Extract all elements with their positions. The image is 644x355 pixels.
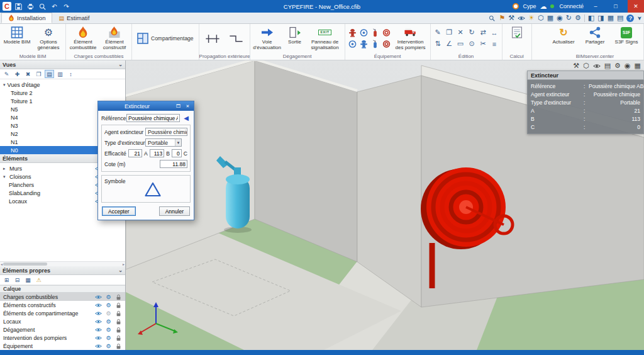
views-section-header[interactable]: Vues ⌄ [0, 60, 125, 69]
layers-icon[interactable]: ▦ [635, 62, 641, 70]
clipboard-icon[interactable]: ▤ [604, 62, 611, 70]
dialog-maximize-button[interactable]: 🗖 [174, 103, 182, 110]
rating-c-input[interactable] [172, 149, 182, 157]
panneau-signalisation-button[interactable]: EXIT Panneau de signalisation [308, 25, 343, 50]
layout-right-icon[interactable]: ◨ [597, 14, 604, 22]
element-constructif-button[interactable]: Élément constructif [99, 25, 130, 50]
flag-icon[interactable]: ⚑ [499, 14, 505, 22]
pin-icon[interactable]: ➤ [636, 16, 643, 21]
lock-icon[interactable] [114, 342, 123, 349]
accept-button[interactable]: Accepter [102, 206, 136, 216]
lock-icon[interactable] [114, 301, 123, 308]
gear-icon[interactable]: ⚙ [575, 14, 581, 22]
voie-evacuation-button[interactable]: Voie d'évacuation [252, 25, 282, 50]
gear-icon[interactable]: ⚙ [104, 326, 113, 333]
rotate-icon[interactable]: ↻ [467, 27, 477, 38]
sort-views-icon[interactable]: ↕ [66, 70, 75, 78]
tab-installation[interactable]: Installation [1, 13, 52, 23]
extinguisher-icon[interactable] [370, 27, 380, 38]
options-generales-button[interactable]: ⚙ Options générales [33, 25, 64, 50]
duplicate-view-icon[interactable]: ❐ [34, 70, 43, 78]
lock-icon[interactable] [114, 293, 123, 300]
box-icon[interactable]: ▦ [547, 14, 553, 22]
gear-icon[interactable]: ⚙ [614, 62, 621, 70]
eye-icon[interactable] [94, 310, 103, 317]
eye-icon[interactable] [94, 342, 103, 349]
grid-icon[interactable]: ▦ [23, 276, 33, 284]
s3f-signs-button[interactable]: S3F S3F Signs [611, 25, 641, 45]
offset-icon[interactable]: ⇅ [433, 38, 443, 49]
hose-reel-icon[interactable] [381, 27, 392, 38]
sun-icon[interactable]: ☀ [528, 14, 535, 22]
views-detail-icon[interactable]: ▥ [55, 70, 65, 78]
delete-view-icon[interactable]: ✖ [23, 70, 33, 78]
close-button[interactable]: ✕ [628, 0, 644, 13]
agent-select[interactable]: Poussière chimique ▼ [145, 128, 187, 136]
layer-row[interactable]: Locaux ⚙ [0, 317, 125, 325]
minimize-button[interactable]: – [587, 0, 604, 13]
sortie-button[interactable]: Sortie [284, 25, 306, 45]
gear-icon[interactable]: ⚙ [104, 293, 113, 300]
fire-hydrant-icon[interactable] [347, 27, 358, 38]
gear-icon[interactable]: ⚙ [104, 342, 113, 349]
collapse-icon[interactable]: ▾ [3, 174, 8, 179]
stretch-icon[interactable]: ▭ [455, 38, 466, 49]
edit-icon[interactable]: ✎ [433, 27, 443, 38]
bie-icon[interactable] [358, 38, 369, 49]
camera-icon[interactable]: ◉ [625, 62, 631, 70]
tree-item-floor[interactable]: Toiture 2 [0, 89, 125, 97]
collapse-all-icon[interactable]: ⊟ [13, 276, 22, 284]
type-select[interactable]: Portable ▼ [145, 138, 182, 147]
gear-icon[interactable]: ⚙ [104, 301, 113, 308]
scroll-left-icon[interactable]: ◂ [1, 262, 3, 266]
horizontal-scrollbar[interactable]: ◂ ▸ [0, 261, 125, 266]
eye-icon[interactable] [593, 63, 601, 69]
element-combustible-button[interactable]: Élément combustible [68, 25, 98, 50]
partager-button[interactable]: Partager [580, 25, 610, 45]
cube-icon[interactable]: ⬡ [583, 62, 589, 70]
globe-icon[interactable]: ⬡ [538, 14, 544, 22]
lock-icon[interactable] [114, 310, 123, 317]
dialog-title-bar[interactable]: Extincteur 🗖 ✕ [98, 101, 194, 111]
lock-icon[interactable] [114, 334, 123, 341]
print-icon[interactable] [26, 3, 35, 11]
gear-icon[interactable]: ⚙ [104, 318, 113, 325]
help-icon[interactable]: ? [626, 14, 634, 22]
3d-viewport[interactable]: ⚒ ⬡ ▤ ⚙ ◉ ▦ Extincteur Référence:Poussiè… [126, 60, 644, 350]
lock-icon[interactable] [114, 318, 123, 325]
reference-picker-icon[interactable]: ◀ [182, 114, 191, 122]
wrench-icon[interactable]: ⚒ [573, 62, 579, 70]
calcul-button[interactable] [504, 25, 530, 39]
propagation-toiture-button[interactable] [225, 26, 248, 50]
fire-cabinet-icon[interactable] [381, 38, 392, 49]
tree-item-vues-etage[interactable]: ▾Vues d'étage [0, 81, 125, 89]
eye-icon[interactable] [94, 293, 103, 300]
gear-icon[interactable]: ⚙ [104, 310, 113, 317]
maximize-button[interactable]: □ [608, 0, 624, 13]
hammer-icon[interactable]: ⚒ [508, 14, 514, 22]
gear-icon[interactable]: ⚙ [104, 334, 113, 341]
mirror-icon[interactable]: ⇄ [478, 27, 489, 38]
layer-row[interactable]: Dégagement ⚙ [0, 325, 125, 334]
undo-icon[interactable]: ↶ [50, 3, 59, 11]
cancel-button[interactable]: Annuler [159, 206, 190, 216]
eye-icon[interactable] [94, 318, 103, 325]
copy-icon[interactable]: ❐ [444, 27, 455, 38]
trim-icon[interactable]: ✂ [478, 38, 489, 49]
lock-icon[interactable] [114, 326, 123, 333]
delete-icon[interactable]: ✕ [455, 27, 466, 38]
layout-grid-icon[interactable]: ▦ [608, 14, 614, 22]
propagation-facade-button[interactable] [201, 26, 224, 50]
eye-icon[interactable] [94, 301, 103, 308]
reference-icon[interactable]: ⊙ [467, 38, 477, 49]
layer-row[interactable]: Charges combustibles ⚙ [0, 293, 125, 301]
modele-bim-button[interactable]: Modèle BIM [2, 25, 32, 45]
eye-icon[interactable] [518, 15, 525, 21]
tab-estimatif[interactable]: ▤ Estimatif [52, 13, 96, 23]
dialog-close-button[interactable]: ✕ [184, 103, 192, 110]
layout-left-icon[interactable]: ◧ [588, 14, 594, 22]
layer-row[interactable]: Éléments constructifs ⚙ [0, 301, 125, 309]
views-list-icon[interactable]: ▤ [45, 70, 54, 78]
reference-input[interactable] [126, 114, 180, 122]
angle-icon[interactable]: ∠ [444, 38, 455, 49]
